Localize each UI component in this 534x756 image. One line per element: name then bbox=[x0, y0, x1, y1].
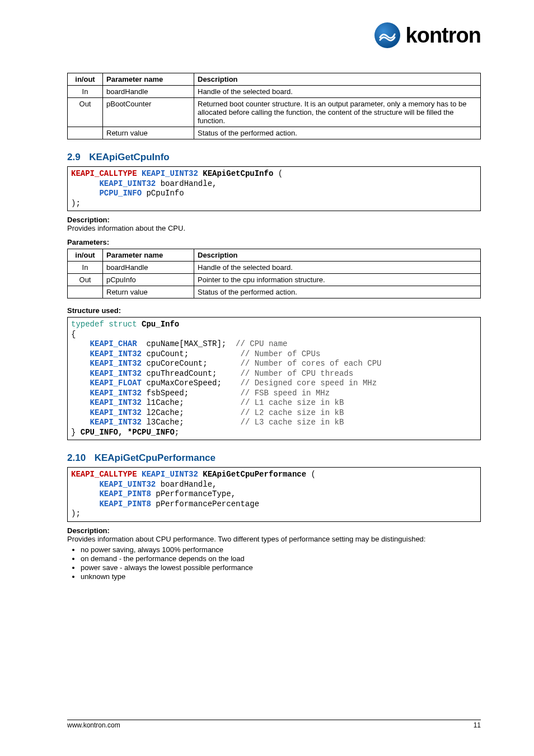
code-comment: // L1 cache size in kB bbox=[240, 398, 344, 407]
table-row: Return value Status of the performed act… bbox=[68, 286, 481, 298]
code-token: ); bbox=[71, 199, 81, 208]
code-block-cpuinfo-struct: typedef struct Cpu_Info { KEAPI_CHAR cpu… bbox=[67, 317, 481, 440]
code-token: pPerformanceType, bbox=[151, 489, 236, 498]
page: kontron in/out Parameter name Descriptio… bbox=[0, 0, 534, 756]
code-token: boardHandle, bbox=[156, 179, 217, 188]
cell-desc: Status of the performed action. bbox=[194, 127, 481, 139]
table-header-row: in/out Parameter name Description bbox=[68, 73, 481, 86]
code-token: KEAPI_UINT32 bbox=[99, 480, 156, 489]
description-label: Description: bbox=[67, 216, 110, 224]
code-block-getcpuperformance: KEAPI_CALLTYPE KEAPI_UINT32 KEApiGetCpuP… bbox=[67, 467, 481, 522]
col-desc: Description bbox=[194, 249, 481, 262]
cell-io: Out bbox=[68, 274, 103, 286]
cell-io: In bbox=[68, 262, 103, 274]
code-token: CPU_INFO, *PCPU_INFO bbox=[81, 428, 175, 437]
cell-desc: Returned boot counter structure. It is a… bbox=[194, 98, 481, 127]
code-token: KEAPI_INT32 bbox=[90, 418, 142, 427]
code-token: ; bbox=[175, 428, 179, 437]
cell-name: boardHandle bbox=[103, 262, 194, 274]
code-token: KEAPI_UINT32 bbox=[99, 179, 156, 188]
description-text: Provides information about CPU performan… bbox=[67, 535, 425, 543]
code-token: KEAPI_INT32 bbox=[90, 398, 142, 407]
code-comment: // Number of cores of each CPU bbox=[240, 359, 381, 368]
code-token: KEAPI_INT32 bbox=[90, 369, 142, 378]
code-token: KEAPI_INT32 bbox=[90, 349, 142, 358]
col-name: Parameter name bbox=[103, 249, 194, 262]
cell-io bbox=[68, 127, 103, 139]
code-comment: // Designed core speed in MHz bbox=[240, 379, 377, 388]
heading-title: KEApiGetCpuInfo bbox=[89, 152, 170, 162]
code-token: PCPU_INFO bbox=[99, 189, 142, 198]
cell-name: pBootCounter bbox=[103, 98, 194, 127]
code-token: ); bbox=[71, 509, 81, 518]
code-token: cpuName[MAX_STR]; bbox=[137, 339, 227, 348]
cell-name: Return value bbox=[103, 286, 194, 298]
parameters-label: Parameters: bbox=[67, 238, 481, 246]
code-token: KEApiGetCpuInfo bbox=[203, 169, 273, 178]
code-token: cpuThreadCount; bbox=[142, 369, 217, 378]
col-io: in/out bbox=[68, 73, 103, 86]
cell-name: Return value bbox=[103, 127, 194, 139]
cell-io: Out bbox=[68, 98, 103, 127]
code-token: l2Cache; bbox=[142, 408, 184, 417]
col-desc: Description bbox=[194, 73, 481, 86]
code-token: KEAPI_INT32 bbox=[90, 359, 142, 368]
code-comment: // L3 cache size in kB bbox=[240, 418, 344, 427]
params-table-bootcounter: in/out Parameter name Description In boa… bbox=[67, 73, 481, 139]
table-row: Out pCpuInfo Pointer to the cpu informat… bbox=[68, 274, 481, 286]
cell-io: In bbox=[68, 86, 103, 98]
code-token: typedef struct bbox=[71, 320, 142, 329]
footer-url: www.kontron.com bbox=[67, 721, 120, 729]
code-block-getcpuinfo: KEAPI_CALLTYPE KEAPI_UINT32 KEApiGetCpuI… bbox=[67, 166, 481, 211]
table-header-row: in/out Parameter name Description bbox=[68, 249, 481, 262]
list-item: unknown type bbox=[81, 572, 481, 581]
cell-name: boardHandle bbox=[103, 86, 194, 98]
col-io: in/out bbox=[68, 249, 103, 262]
code-token: { bbox=[71, 330, 76, 339]
params-table-cpuinfo: in/out Parameter name Description In boa… bbox=[67, 249, 481, 298]
code-token: fsbSpeed; bbox=[142, 389, 189, 398]
list-item: power save - always the lowest possible … bbox=[81, 563, 481, 572]
code-comment: // Number of CPUs bbox=[240, 349, 320, 358]
heading-title: KEApiGetCpuPerformance bbox=[95, 452, 216, 463]
code-token: cpuCoreCount; bbox=[142, 359, 208, 368]
description-text: Provides information about the CPU. bbox=[67, 224, 185, 232]
cell-desc: Handle of the selected board. bbox=[194, 86, 481, 98]
cell-name: pCpuInfo bbox=[103, 274, 194, 286]
cell-desc: Status of the performed action. bbox=[194, 286, 481, 298]
cell-io bbox=[68, 286, 103, 298]
logo-word: kontron bbox=[406, 24, 481, 48]
performance-type-list: no power saving, always 100% performance… bbox=[81, 545, 481, 581]
col-name: Parameter name bbox=[103, 73, 194, 86]
description-label: Description: bbox=[67, 526, 110, 535]
code-token: pCpuInfo bbox=[142, 189, 184, 198]
code-token: Cpu_Info bbox=[142, 320, 179, 329]
code-token: KEAPI_INT32 bbox=[90, 389, 142, 398]
code-token: KEApiGetCpuPerformance bbox=[203, 470, 306, 479]
code-token: KEAPI_INT32 bbox=[90, 408, 142, 417]
cell-desc: Handle of the selected board. bbox=[194, 262, 481, 274]
structure-used-label: Structure used: bbox=[67, 306, 481, 315]
table-row: In boardHandle Handle of the selected bo… bbox=[68, 86, 481, 98]
code-token: pPerformancePercentage bbox=[151, 500, 259, 508]
heading-number: 2.10 bbox=[67, 452, 86, 463]
description-block: Description: Provides information about … bbox=[67, 216, 481, 232]
code-token: l3Cache; bbox=[142, 418, 184, 427]
page-footer: www.kontron.com 11 bbox=[67, 720, 481, 729]
code-token: KEAPI_CALLTYPE bbox=[71, 470, 137, 479]
code-comment: // CPU name bbox=[236, 339, 287, 348]
code-token: KEAPI_UINT32 bbox=[142, 470, 198, 479]
code-comment: // L2 cache size in kB bbox=[240, 408, 344, 417]
description-block: Description: Provides information about … bbox=[67, 526, 481, 543]
brand-logo: kontron bbox=[374, 22, 481, 48]
cell-desc: Pointer to the cpu information structure… bbox=[194, 274, 481, 286]
wave-icon bbox=[379, 27, 396, 44]
code-token: } bbox=[71, 428, 81, 437]
section-heading-2-9: 2.9 KEApiGetCpuInfo bbox=[67, 152, 481, 163]
code-comment: // Number of CPU threads bbox=[240, 369, 353, 378]
page-number: 11 bbox=[474, 721, 481, 729]
logo-mark-icon bbox=[374, 22, 400, 48]
code-token: cpuCount; bbox=[142, 349, 189, 358]
table-row: Out pBootCounter Returned boot counter s… bbox=[68, 98, 481, 127]
table-row: Return value Status of the performed act… bbox=[68, 127, 481, 139]
